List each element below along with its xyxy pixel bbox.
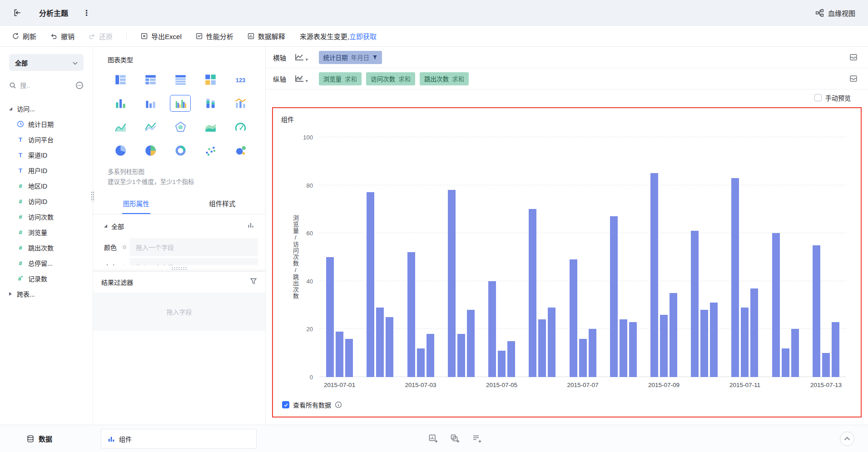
bar[interactable] <box>660 315 668 377</box>
copy-component-icon[interactable] <box>450 434 460 444</box>
bar[interactable] <box>610 216 618 377</box>
bar[interactable] <box>570 259 577 377</box>
manual-preview-checkbox[interactable] <box>814 94 822 101</box>
bar[interactable] <box>448 190 456 377</box>
bar[interactable] <box>741 308 749 377</box>
field-item[interactable]: 统计日期 <box>0 116 93 132</box>
bar[interactable] <box>629 322 637 377</box>
chart-type-bubble-chart-icon[interactable] <box>230 142 251 159</box>
bar[interactable] <box>589 329 596 377</box>
y-axis-pill[interactable]: 访问次数求和 <box>366 72 415 85</box>
more-options-icon[interactable] <box>75 81 84 89</box>
back-icon[interactable] <box>13 8 22 17</box>
field-item[interactable]: #访问次数 <box>0 209 93 224</box>
bar[interactable] <box>750 288 758 377</box>
bar[interactable] <box>498 351 506 377</box>
y-axis-pill[interactable]: 跳出次数求和 <box>420 72 469 85</box>
bar[interactable] <box>832 322 839 377</box>
chart-type-donut-chart-icon[interactable] <box>170 142 191 159</box>
bar[interactable] <box>386 317 393 377</box>
metrics-icon[interactable] <box>247 222 254 230</box>
chart-type-multi-series-pie-icon[interactable] <box>140 142 161 159</box>
bar[interactable] <box>579 339 587 377</box>
kebab-menu-icon[interactable]: ⋮ <box>83 8 90 18</box>
add-rich-text-icon[interactable] <box>472 434 482 444</box>
bar[interactable] <box>367 192 374 377</box>
bar[interactable] <box>507 341 515 377</box>
bar[interactable] <box>822 353 830 377</box>
bar[interactable] <box>345 339 353 377</box>
chart-type-pie-chart-icon[interactable] <box>110 142 131 159</box>
tree-group-expanded[interactable]: 访问... <box>0 101 93 116</box>
tab-component-style[interactable]: 组件样式 <box>179 193 266 214</box>
tab-graphic-properties[interactable]: 图形属性 <box>93 193 179 214</box>
chart-type-kpi-card-icon[interactable] <box>200 71 221 88</box>
undo-button[interactable]: 撤销 <box>50 31 74 41</box>
export-excel-button[interactable]: 导出Excel <box>140 31 182 41</box>
gear-icon[interactable] <box>119 244 129 250</box>
x-axis-type-button[interactable]: ▾ <box>294 53 308 62</box>
field-item[interactable]: T渠道ID <box>0 147 93 163</box>
axis-settings-icon[interactable] <box>849 53 858 62</box>
section-all-header[interactable]: 全部 <box>93 214 265 234</box>
size-drop-area[interactable]: 拖入一个字段 <box>129 258 258 265</box>
bar[interactable] <box>731 178 739 377</box>
field-item[interactable]: #跳出次数 <box>0 240 93 255</box>
bar[interactable] <box>791 329 799 377</box>
fetch-now-link[interactable]: 立即获取 <box>349 31 377 41</box>
gear-icon[interactable] <box>119 264 129 265</box>
y-axis-pill[interactable]: 浏览量求和 <box>319 72 362 85</box>
info-icon[interactable] <box>335 401 342 408</box>
component-card[interactable]: 组件 浏览量/访问次数/跳出次数 020406080100 2015-07-01… <box>272 107 862 417</box>
add-component-icon[interactable] <box>428 434 438 444</box>
chart-type-kpi-number-icon[interactable]: 123 <box>230 71 251 88</box>
bar[interactable] <box>467 310 475 377</box>
chart-type-area-chart-icon[interactable] <box>110 119 131 135</box>
bar[interactable] <box>457 334 465 377</box>
bar[interactable] <box>620 319 627 377</box>
tab-data[interactable]: 数据 <box>0 434 93 443</box>
funnel-icon[interactable] <box>250 278 257 286</box>
refresh-button[interactable]: 刷新 <box>12 31 36 41</box>
bar[interactable] <box>427 334 434 377</box>
bar[interactable] <box>813 245 820 377</box>
bar[interactable] <box>488 281 496 377</box>
field-item[interactable]: #地区ID <box>0 178 93 194</box>
bar[interactable] <box>407 252 415 377</box>
chart-type-stacked-column-icon[interactable] <box>200 95 221 112</box>
tree-group-collapsed[interactable]: 跨表... <box>0 286 93 302</box>
field-item[interactable]: #总停留... <box>0 255 93 271</box>
collapse-up-button[interactable] <box>840 432 854 446</box>
bar[interactable] <box>691 231 699 377</box>
bar[interactable] <box>710 303 718 377</box>
drag-handle-dots[interactable] <box>91 191 94 201</box>
axis-settings-icon[interactable] <box>849 74 858 83</box>
bar[interactable] <box>782 348 789 377</box>
chart-type-grouped-table-icon[interactable] <box>110 71 131 88</box>
chart-type-radar-chart-icon[interactable] <box>170 119 191 135</box>
field-item[interactable]: #访问ID <box>0 194 93 209</box>
color-drop-area[interactable]: 拖入一个字段 <box>129 238 258 256</box>
x-axis-pill[interactable]: 统计日期 年月日 <box>319 51 382 64</box>
bar[interactable] <box>650 173 658 377</box>
filter-drop-zone[interactable]: 拖入字段 <box>93 293 265 331</box>
field-item[interactable]: T访问平台 <box>0 132 93 147</box>
search-input[interactable] <box>20 82 72 89</box>
scope-select[interactable]: 全部 <box>9 54 84 71</box>
bar[interactable] <box>670 293 677 377</box>
tab-component[interactable]: 组件 <box>101 429 257 449</box>
bar[interactable] <box>538 319 546 377</box>
bar[interactable] <box>700 310 708 377</box>
lineage-view-button[interactable]: 血缘视图 <box>815 8 855 18</box>
field-item[interactable]: T用户ID <box>0 163 93 178</box>
bar[interactable] <box>376 308 384 377</box>
bar[interactable] <box>529 209 536 377</box>
chart-type-stacked-area-chart-icon[interactable] <box>200 119 221 135</box>
chart-type-gauge-chart-icon[interactable] <box>230 119 251 135</box>
chart-type-multi-series-column-icon[interactable] <box>170 95 191 112</box>
y-axis-type-button[interactable]: ▾ <box>294 74 308 83</box>
chart-type-column-chart-icon[interactable] <box>140 95 161 112</box>
chart-type-bar-chart-icon[interactable] <box>110 95 131 112</box>
bar[interactable] <box>548 308 556 377</box>
data-explanation-button[interactable]: 数据解释 <box>247 31 285 41</box>
